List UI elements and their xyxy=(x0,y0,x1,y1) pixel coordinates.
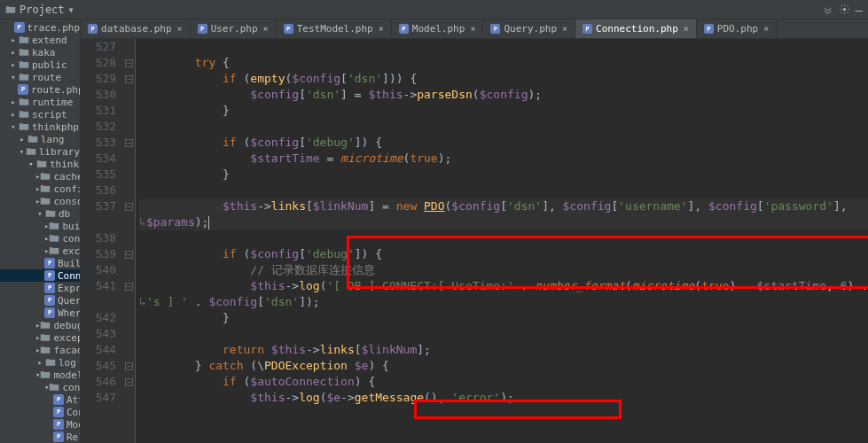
tree-item[interactable]: ▾think xyxy=(0,158,80,170)
tree-item[interactable]: Proute.php xyxy=(0,83,80,96)
tree-item[interactable]: ▸exception xyxy=(0,331,80,344)
line-gutter: 5275285295305315325335345355365375385395… xyxy=(81,39,123,443)
fold-column xyxy=(123,39,136,443)
code-editor[interactable]: 5275285295305315325335345355365375385395… xyxy=(81,39,868,443)
tree-item[interactable]: ▸config xyxy=(0,183,80,195)
close-icon[interactable]: × xyxy=(763,24,769,34)
close-icon[interactable]: × xyxy=(177,24,183,34)
tree-item[interactable]: PConnection.php xyxy=(0,269,80,282)
tree-item[interactable]: ▸lang xyxy=(0,133,80,145)
editor-tab[interactable]: PModel.php× xyxy=(392,19,484,38)
close-icon[interactable]: × xyxy=(263,24,269,34)
tree-item[interactable]: PExpression.php xyxy=(0,282,80,294)
tree-item[interactable]: PQuery.php xyxy=(0,294,80,307)
tree-item[interactable]: ▸runtime xyxy=(0,96,80,108)
tree-item[interactable]: PConversion.php xyxy=(0,406,80,418)
tree-item[interactable]: ▾db xyxy=(0,207,80,220)
project-toggle[interactable]: Project ▾ xyxy=(5,4,74,16)
editor-tab[interactable]: PUser.php× xyxy=(191,19,277,38)
gear-icon[interactable] xyxy=(839,3,850,17)
project-tree: Ptrace.php▸extend▸kaka▸public▾routeProut… xyxy=(0,19,81,443)
editor-tab[interactable]: PQuery.php× xyxy=(483,19,575,38)
close-icon[interactable]: × xyxy=(684,24,689,34)
tree-item[interactable]: ▸debug xyxy=(0,319,80,331)
collapse-icon[interactable] xyxy=(822,3,833,17)
chevron-down-icon: ▾ xyxy=(68,4,74,16)
tree-item[interactable]: ▾library xyxy=(0,145,80,158)
tree-item[interactable]: ▾route xyxy=(0,71,80,83)
close-icon[interactable]: × xyxy=(379,24,384,34)
close-icon[interactable]: × xyxy=(562,24,567,34)
tree-item[interactable]: ▸builder xyxy=(0,220,80,232)
editor-tab[interactable]: Pdatabase.php× xyxy=(81,19,191,38)
tree-item[interactable]: ▸facade xyxy=(0,344,80,356)
tree-item[interactable]: ▸exception xyxy=(0,245,80,257)
tree-item[interactable]: Ptrace.php xyxy=(0,21,80,34)
project-label: Project xyxy=(20,4,65,16)
tree-item[interactable]: ▸extend xyxy=(0,34,80,46)
tree-item[interactable]: ▸script xyxy=(0,108,80,120)
tree-item[interactable]: PModelEvent.php xyxy=(0,418,80,431)
tree-item[interactable]: PWhere.php xyxy=(0,307,80,319)
editor-tabs: Pdatabase.php×PUser.php×PTestModel.php×P… xyxy=(81,19,868,39)
tree-item[interactable]: ▸kaka xyxy=(0,46,80,58)
editor-tab[interactable]: PPDO.php× xyxy=(697,19,777,38)
tree-item[interactable]: ▸public xyxy=(0,58,80,71)
minimize-icon[interactable]: — xyxy=(856,3,863,17)
tree-item[interactable]: ▾model xyxy=(0,369,80,381)
tree-item[interactable]: ▸console xyxy=(0,195,80,207)
svg-point-0 xyxy=(842,8,845,11)
folder-icon xyxy=(5,4,16,15)
tree-item[interactable]: ▾concern xyxy=(0,381,80,393)
tree-item[interactable]: ▾thinkphp xyxy=(0,120,80,133)
tree-item[interactable]: ▸connector xyxy=(0,232,80,245)
tree-item[interactable]: PRelationShip.php xyxy=(0,431,80,443)
code-content[interactable]: try { if (empty($config['dsn'])) { $conf… xyxy=(136,39,868,443)
editor-tab[interactable]: PConnection.php× xyxy=(575,19,697,38)
tree-item[interactable]: PAttribute.php xyxy=(0,393,80,406)
editor-pane: Pdatabase.php×PUser.php×PTestModel.php×P… xyxy=(81,19,868,443)
close-icon[interactable]: × xyxy=(470,24,475,34)
editor-tab[interactable]: PTestModel.php× xyxy=(277,19,392,38)
tree-item[interactable]: ▸cache xyxy=(0,170,80,183)
tree-item[interactable]: PBuilder.php xyxy=(0,257,80,269)
top-toolbar: Project ▾ — xyxy=(0,0,868,19)
tree-item[interactable]: ▸log xyxy=(0,356,80,369)
